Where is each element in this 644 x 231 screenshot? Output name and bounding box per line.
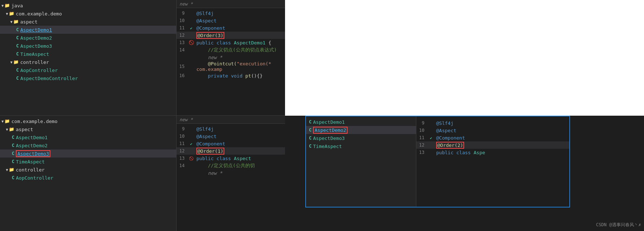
- chevron-controller-bot: ▼: [6, 168, 8, 172]
- bot-line-9: 9 @Slf4j: [177, 125, 285, 133]
- ln-12-top: 12: [177, 33, 188, 38]
- rp-tree-label-timeaspect: TimeAspect: [313, 144, 342, 149]
- tree-item-aopcontroller-bot[interactable]: C AopController: [0, 174, 176, 182]
- rp-class-icon-aspectdemo3: C: [309, 136, 312, 141]
- tree-label-timeaspect-top: TimeAspect: [20, 51, 49, 57]
- tree-label-com-bot: com.example.demo: [11, 119, 57, 124]
- chevron-com: ▼: [6, 12, 8, 16]
- top-section: ▼ 📁 java ▼ 📁 com.example.demo ▼ 📁 aspect…: [0, 0, 285, 116]
- rp-content-11: @Component: [435, 135, 569, 141]
- ln-13-top: 13: [177, 40, 188, 45]
- content-14-top: //定义切点(公共的切点表达式): [195, 47, 285, 53]
- tree-item-aspectdemo1-top[interactable]: C AspectDemo1: [0, 26, 176, 34]
- content-15-top: @Pointcut("execution(* com.examp: [195, 61, 285, 72]
- order-box-top: @Order(3): [196, 32, 224, 39]
- content-11-top: @Component: [195, 25, 285, 31]
- tree-item-aspectdemo3-top[interactable]: C AspectDemo3: [0, 42, 176, 50]
- gutter-13-bot: 🚫: [188, 156, 195, 160]
- class-icon-aspectdemo2-bot: C: [12, 143, 14, 148]
- content-9-bot: @Slf4j: [195, 126, 285, 132]
- rp-ln-11: 11: [416, 135, 427, 140]
- tree-label-java: java: [11, 3, 23, 8]
- tree-item-aopcontroller-top[interactable]: C AopController: [0, 66, 176, 74]
- content-new-bot: new *: [195, 170, 285, 176]
- bottom-code-header: new *: [177, 116, 285, 124]
- rp-content-10: @Aspect: [435, 128, 569, 133]
- top-line-13: 13 🚫 public class AspectDemo1 {: [177, 39, 285, 46]
- rp-class-icon-aspectdemo1: C: [309, 119, 312, 124]
- tree-item-com[interactable]: ▼ 📁 com.example.demo: [0, 10, 176, 18]
- white-area-top-right: [285, 0, 644, 116]
- tree-label-aspectdemo1-bot: AspectDemo1: [16, 135, 47, 140]
- ln-9-top: 9: [177, 11, 188, 16]
- top-line-14: 14 //定义切点(公共的切点表达式): [177, 46, 285, 54]
- class-icon-aopcontroller-top: C: [16, 68, 19, 73]
- tree-item-aspectdemo1-bot[interactable]: C AspectDemo1: [0, 133, 176, 141]
- ln-11-top: 11: [177, 25, 188, 30]
- rp-line-10: 10 @Aspect: [416, 127, 569, 134]
- ln-10-bot: 10: [177, 134, 188, 139]
- bottom-section: ▼ 📁 com.example.demo ▼ 📁 aspect C Aspect…: [0, 116, 285, 231]
- rp-tree-label-aspectdemo2: AspectDemo2: [313, 127, 348, 134]
- right-panel: C AspectDemo1 C AspectDemo2 C AspectDemo…: [305, 116, 570, 207]
- tree-item-com-bot[interactable]: ▼ 📁 com.example.demo: [0, 117, 176, 125]
- rp-tree-item-aspectdemo1[interactable]: C AspectDemo1: [306, 118, 416, 126]
- class-icon-aspectdemocontroller-top: C: [16, 76, 19, 81]
- tree-item-aspectdemocontroller-top[interactable]: C AspectDemoController: [0, 74, 176, 82]
- folder-icon-com: 📁: [9, 11, 14, 16]
- class-icon-aspectdemo3-top: C: [16, 43, 19, 48]
- tree-item-controller-top[interactable]: ▼ 📁 controller: [0, 58, 176, 66]
- tree-label-timeaspect-bot: TimeAspect: [16, 159, 45, 165]
- tree-item-aspectdemo2-bot[interactable]: C AspectDemo2: [0, 141, 176, 149]
- rp-content-12: @Order(2): [435, 142, 569, 149]
- tree-item-timeaspect-top[interactable]: C TimeAspect: [0, 50, 176, 58]
- folder-icon-aspect: 📁: [13, 19, 19, 24]
- top-line-11: 11 ✔ @Component: [177, 24, 285, 32]
- top-code-editor: new * 9 @Slf4j 10 @Aspect 11 ✔ @Componen…: [177, 0, 285, 115]
- content-12-bot: @Order(1): [195, 148, 285, 155]
- rp-tree-item-timeaspect[interactable]: C TimeAspect: [306, 142, 416, 150]
- rp-ln-10: 10: [416, 128, 427, 133]
- right-panel-code: 9 @Slf4j 10 @Aspect 11 ✔ @Component 12: [416, 116, 569, 207]
- rp-ln-13: 13: [416, 150, 427, 155]
- class-icon-aspectdemo1-top: C: [16, 27, 19, 32]
- top-line-9: 9 @Slf4j: [177, 10, 285, 17]
- tree-item-controller-bot[interactable]: ▼ 📁 controller: [0, 166, 176, 174]
- bot-line-new: new *: [177, 169, 285, 177]
- bottom-code-header-label: new *: [179, 117, 193, 122]
- tree-item-aspectdemo3-bot[interactable]: C AspectDemo3: [0, 149, 176, 158]
- tree-label-aopcontroller-bot: AopController: [16, 175, 53, 181]
- bot-line-11: 11 ✔ @Component: [177, 140, 285, 147]
- class-icon-aspectdemo1-bot: C: [12, 135, 14, 140]
- class-icon-timeaspect-top: C: [16, 51, 19, 57]
- rp-tree-item-aspectdemo2[interactable]: C AspectDemo2: [306, 126, 416, 134]
- folder-icon-controller-top: 📁: [13, 59, 19, 65]
- folder-icon-controller-bot: 📁: [9, 167, 14, 172]
- gutter-11-bot: ✔: [188, 142, 195, 146]
- tree-item-aspectdemo2-top[interactable]: C AspectDemo2: [0, 34, 176, 42]
- top-line-new: new *: [177, 54, 285, 61]
- rp-tree-item-aspectdemo3[interactable]: C AspectDemo3: [306, 134, 416, 142]
- rp-class-icon-timeaspect: C: [309, 144, 312, 149]
- tree-item-timeaspect-bot[interactable]: C TimeAspect: [0, 158, 176, 166]
- content-13-top: public class AspectDemo1 {: [195, 40, 285, 46]
- rp-tree-label-aspectdemo1: AspectDemo1: [313, 119, 345, 125]
- tree-label-aspectdemocontroller-top: AspectDemoController: [20, 76, 78, 81]
- tree-item-aspect[interactable]: ▼ 📁 aspect: [0, 18, 176, 26]
- content-new-top: new *: [195, 55, 285, 60]
- top-line-10: 10 @Aspect: [177, 17, 285, 24]
- gutter-11-top: ✔: [188, 26, 195, 30]
- rp-line-9: 9 @Slf4j: [416, 119, 569, 127]
- tree-item-java[interactable]: ▼ 📁 java: [0, 1, 176, 10]
- bot-line-14: 14 //定义切点(公共的切: [177, 162, 285, 169]
- top-code-header-label: new *: [179, 1, 193, 7]
- folder-icon-aspect-bot: 📁: [9, 127, 14, 132]
- chevron-controller-top: ▼: [10, 60, 13, 64]
- tree-label-aspectdemo1-top: AspectDemo1: [20, 27, 52, 33]
- bottom-code-lines: 9 @Slf4j 10 @Aspect 11 ✔ @Component 12: [177, 124, 285, 178]
- folder-icon-java: 📁: [4, 3, 10, 8]
- content-16-top: private void pt(){}: [195, 73, 285, 79]
- tree-item-aspect-bot[interactable]: ▼ 📁 aspect: [0, 125, 176, 133]
- chevron-java: ▼: [1, 4, 4, 8]
- ln-12-bot: 12: [177, 148, 188, 154]
